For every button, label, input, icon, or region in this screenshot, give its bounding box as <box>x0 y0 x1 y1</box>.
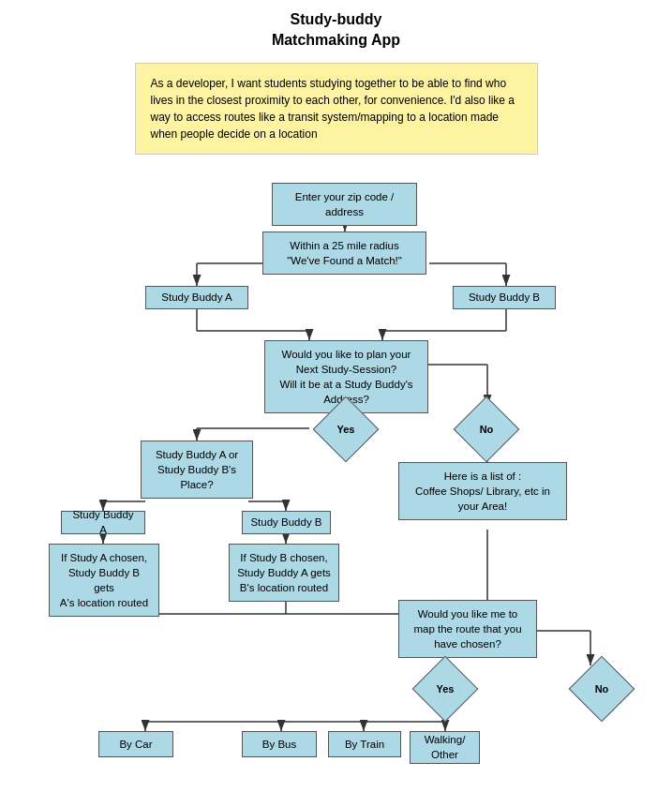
by-car-box: By Car <box>98 731 173 757</box>
yes-diamond-wrap: Yes <box>311 406 381 453</box>
if-study-a-box: If Study A chosen, Study Buddy B gets A'… <box>49 544 159 617</box>
yes-label: Yes <box>337 424 355 435</box>
page: Study-buddy Matchmaking App As a develop… <box>0 0 672 792</box>
page-title: Study-buddy Matchmaking App <box>9 9 663 52</box>
map-route-box: Would you like me to map the route that … <box>398 600 537 658</box>
if-study-a-label: If Study A chosen, Study Buddy B gets A'… <box>60 552 148 608</box>
study-buddy-b2-box: Study Buddy B <box>242 511 331 534</box>
flowchart: Enter your zip code / address Within a 2… <box>9 173 663 783</box>
coffee-shops-label: Here is a list of : Coffee Shops/ Librar… <box>415 471 550 512</box>
study-buddy-a-or-b-box: Study Buddy A or Study Buddy B's Place? <box>141 441 253 499</box>
yes2-label: Yes <box>437 683 455 695</box>
no2-diamond-wrap: No <box>567 665 636 712</box>
study-buddy-a2-box: Study Buddy A <box>61 511 145 534</box>
within-radius-box: Within a 25 mile radius "We've Found a M… <box>262 232 426 275</box>
description-box: As a developer, I want students studying… <box>135 63 538 155</box>
if-study-b-label: If Study B chosen, Study Buddy A gets B'… <box>237 552 331 593</box>
coffee-shops-box: Here is a list of : Coffee Shops/ Librar… <box>398 462 567 520</box>
no-diamond-wrap: No <box>452 406 521 453</box>
study-buddy-a-box: Study Buddy A <box>145 286 248 309</box>
study-buddy-b-box: Study Buddy B <box>453 286 556 309</box>
walking-other-box: Walking/ Other <box>410 731 480 764</box>
map-route-label: Would you like me to map the route that … <box>413 608 521 650</box>
if-study-b-box: If Study B chosen, Study Buddy A gets B'… <box>229 544 339 602</box>
no-label: No <box>480 424 494 435</box>
walking-label: Walking/ Other <box>425 732 466 762</box>
yes2-diamond-wrap: Yes <box>411 665 480 712</box>
by-bus-box: By Bus <box>242 731 317 757</box>
within-radius-label: Within a 25 mile radius "We've Found a M… <box>287 240 402 266</box>
enter-zip-box: Enter your zip code / address <box>272 183 417 226</box>
by-train-box: By Train <box>328 731 401 757</box>
no2-label: No <box>595 683 609 695</box>
